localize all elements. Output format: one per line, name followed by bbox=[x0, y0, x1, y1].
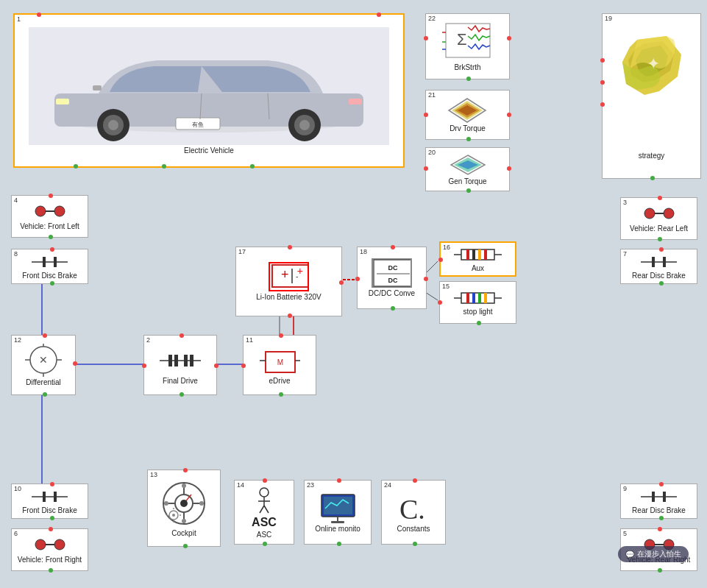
edrive-block[interactable]: 11 M eDrive bbox=[243, 335, 316, 395]
svg-text:DC: DC bbox=[388, 264, 398, 272]
port-7-bot bbox=[659, 281, 664, 286]
svg-rect-37 bbox=[168, 355, 172, 366]
svg-rect-38 bbox=[174, 355, 178, 366]
svg-text:-: - bbox=[296, 272, 298, 280]
svg-point-93 bbox=[35, 539, 46, 550]
watermark-icon: 💬 bbox=[625, 550, 634, 559]
asc-block[interactable]: 14 ASC ASC bbox=[234, 480, 294, 545]
svg-rect-65 bbox=[484, 293, 487, 303]
resistor-icon-stoplight bbox=[454, 290, 502, 306]
block-number-19: 19 bbox=[605, 15, 612, 22]
port-24-top bbox=[413, 478, 417, 483]
svg-rect-97 bbox=[663, 492, 666, 502]
vehicle-port-icon-6 bbox=[32, 536, 68, 554]
block-number-2: 2 bbox=[146, 336, 150, 344]
svg-rect-39 bbox=[184, 355, 188, 366]
svg-text:Σ: Σ bbox=[457, 30, 467, 49]
gen-torque-icon bbox=[450, 154, 486, 176]
port-2-left bbox=[142, 364, 146, 368]
block-number-16: 16 bbox=[443, 244, 450, 251]
svg-rect-64 bbox=[478, 293, 481, 303]
svg-rect-62 bbox=[466, 293, 469, 303]
svg-point-13 bbox=[108, 120, 118, 130]
svg-text:C.: C. bbox=[399, 494, 425, 523]
svg-point-84 bbox=[644, 208, 655, 219]
strategy-label: strategy bbox=[639, 152, 665, 160]
differential-block[interactable]: 12 ✕ Differential bbox=[11, 335, 76, 395]
svg-rect-58 bbox=[484, 249, 487, 260]
vehicle-port-icon-3 bbox=[641, 205, 678, 223]
aux-block[interactable]: 16 Aux bbox=[439, 241, 516, 277]
front-disc-brake-bottom-block[interactable]: 10 Front Disc Brake bbox=[11, 483, 88, 519]
port-14-top bbox=[263, 478, 267, 483]
electric-vehicle-block[interactable]: 1 bbox=[13, 13, 405, 168]
rear-disc-brake-block[interactable]: 7 Rear Disc Brake bbox=[620, 249, 697, 284]
svg-point-111 bbox=[182, 519, 186, 523]
port-5-top bbox=[658, 527, 662, 531]
final-drive-block[interactable]: 2 Final Drive bbox=[143, 335, 217, 395]
port-12-right bbox=[73, 361, 77, 366]
rear-disc-brake-bottom-block[interactable]: 9 Rear Disc Brake bbox=[620, 483, 697, 519]
svg-point-112 bbox=[164, 501, 168, 506]
svg-point-16 bbox=[299, 120, 310, 130]
port-ev-3 bbox=[250, 164, 255, 169]
main-canvas: 1 bbox=[0, 0, 707, 588]
final-drive-label: Final Drive bbox=[163, 377, 198, 385]
block-number-23: 23 bbox=[307, 481, 314, 489]
watermark: 💬 在漫步入怕生 bbox=[618, 546, 689, 562]
brkstrth-block[interactable]: 22 Σ BrkStrth bbox=[425, 13, 510, 79]
front-disc-brake-top-block[interactable]: 8 Front Disc Brake bbox=[11, 249, 88, 284]
svg-rect-57 bbox=[478, 249, 481, 260]
strategy-block[interactable]: 19 ✦ strategy bbox=[602, 13, 701, 179]
vehicle-front-right-block[interactable]: 6 Vehicle: Front Right bbox=[11, 528, 88, 571]
electric-vehicle-label: Electric Vehicle bbox=[184, 146, 234, 155]
port-4-top bbox=[49, 194, 53, 198]
car-image: 有鱼 bbox=[29, 27, 389, 145]
port-19-left-2 bbox=[600, 80, 605, 85]
svg-text:✦: ✦ bbox=[647, 54, 660, 73]
drv-torque-block[interactable]: 21 Drv Torque bbox=[425, 90, 510, 140]
block-number-7: 7 bbox=[623, 250, 627, 258]
port-2-top bbox=[180, 333, 184, 338]
constants-block[interactable]: 24 C. Constants bbox=[381, 480, 446, 545]
svg-rect-91 bbox=[54, 492, 57, 502]
block-number-9: 9 bbox=[623, 485, 627, 492]
svg-rect-45 bbox=[272, 265, 308, 287]
car-svg: 有鱼 bbox=[40, 31, 378, 141]
constants-icon: C. bbox=[394, 492, 434, 523]
svg-point-114 bbox=[172, 514, 175, 517]
dcdc-block[interactable]: 18 DC DC DC/DC Conve bbox=[357, 247, 427, 309]
online-monitor-block[interactable]: 23 Online monito bbox=[304, 480, 372, 545]
svg-text:有鱼: 有鱼 bbox=[192, 121, 204, 128]
battery-block[interactable]: 17 + - Li-Ion Batterie 320V bbox=[235, 247, 342, 316]
vehicle-front-left-block[interactable]: 4 Vehicle: Front Left bbox=[11, 195, 88, 238]
port-21-bot bbox=[466, 137, 471, 141]
gen-torque-block[interactable]: 20 Gen Torque bbox=[425, 147, 510, 191]
port-18-bot bbox=[391, 306, 395, 311]
final-drive-icon bbox=[158, 346, 202, 375]
constants-label: Constants bbox=[397, 525, 430, 533]
port-21-left bbox=[424, 113, 428, 117]
vehicle-rear-left-block[interactable]: 3 Vehicle: Rear Left bbox=[620, 197, 697, 240]
svg-point-26 bbox=[54, 206, 65, 216]
online-monitor-label: Online monito bbox=[315, 525, 360, 533]
svg-point-119 bbox=[260, 488, 269, 497]
port-6-top bbox=[49, 527, 53, 531]
block-number-5: 5 bbox=[623, 530, 627, 537]
cockpit-block[interactable]: 13 Cockpit bbox=[147, 470, 221, 547]
stop-light-label: stop light bbox=[463, 308, 492, 316]
dcdc-label: DC/DC Conve bbox=[369, 289, 415, 297]
stop-light-block[interactable]: 15 stop light bbox=[439, 281, 516, 324]
block-number-20: 20 bbox=[428, 149, 436, 156]
port-23-bot bbox=[337, 542, 341, 546]
battery-svg: + - bbox=[270, 263, 308, 291]
svg-point-110 bbox=[199, 501, 204, 506]
block-number-14: 14 bbox=[237, 481, 244, 489]
port-ev-2 bbox=[162, 164, 166, 169]
svg-rect-18 bbox=[349, 99, 362, 105]
port-9-bot bbox=[659, 516, 664, 520]
block-number-6: 6 bbox=[14, 530, 18, 537]
strategy-icon: ✦ bbox=[615, 32, 689, 150]
block-number-1: 1 bbox=[17, 15, 21, 23]
watermark-text: 在漫步入怕生 bbox=[637, 549, 681, 559]
